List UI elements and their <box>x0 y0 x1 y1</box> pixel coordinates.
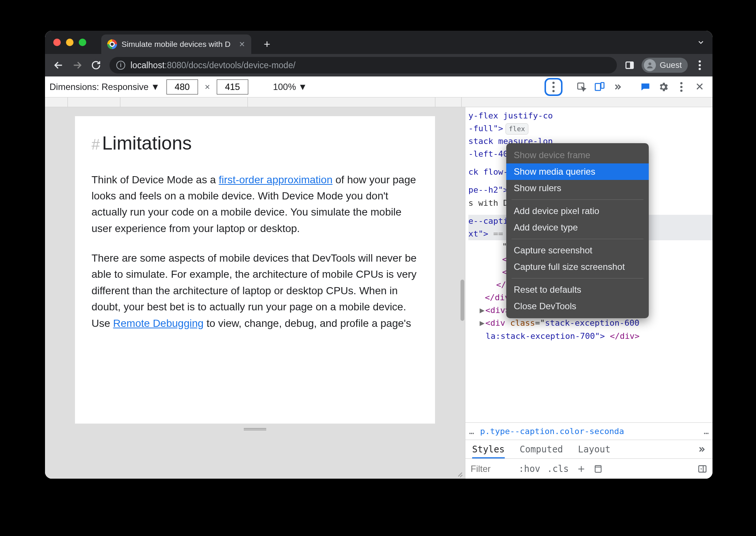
remote-debugging-link[interactable]: Remote Debugging <box>113 317 204 329</box>
svg-point-14 <box>680 82 682 84</box>
profile-chip[interactable]: Guest <box>642 58 688 73</box>
site-info-icon[interactable]: i <box>116 61 125 70</box>
tabs-overflow-icon[interactable] <box>698 445 706 454</box>
tab-bar: Simulate mobile devices with D ✕ + <box>45 31 712 54</box>
window-controls <box>53 39 86 46</box>
menu-item-show-device-frame: Show device frame <box>506 147 649 163</box>
feedback-icon[interactable] <box>637 78 654 96</box>
svg-rect-13 <box>601 82 604 88</box>
zoom-dropdown[interactable]: 100% ▼ <box>273 82 307 92</box>
dom-breadcrumbs[interactable]: … p.type--caption.color-seconda … <box>465 422 712 440</box>
viewport-scrollbar[interactable] <box>460 280 464 321</box>
flex-badge[interactable]: flex <box>506 123 528 135</box>
svg-point-6 <box>699 64 701 66</box>
disclosure-triangle-icon[interactable]: ▶ <box>480 318 484 328</box>
reader-mode-icon[interactable] <box>622 58 637 73</box>
devtools-tab-icons: ✕ <box>573 78 708 96</box>
menu-item-show-media-queries[interactable]: Show media queries <box>506 163 649 180</box>
profile-label: Guest <box>660 60 682 70</box>
svg-rect-3 <box>630 62 633 68</box>
device-options-menu: Show device frameShow media queriesShow … <box>506 143 649 318</box>
dropdown-arrow-icon: ▼ <box>298 82 307 92</box>
device-frame-icon[interactable] <box>594 464 603 473</box>
url-input[interactable]: i localhost:8080/docs/devtools/device-mo… <box>110 57 617 73</box>
device-toolbar-more-button[interactable] <box>544 78 562 96</box>
breadcrumb-overflow-left[interactable]: … <box>469 427 474 436</box>
tab-overflow-button[interactable] <box>697 38 705 46</box>
breadcrumb-selected[interactable]: p.type--caption.color-seconda <box>480 427 624 436</box>
browser-menu-button[interactable] <box>692 58 707 73</box>
tab-layout[interactable]: Layout <box>578 444 610 455</box>
breadcrumb-overflow-right[interactable]: … <box>704 427 709 436</box>
svg-point-8 <box>552 82 555 84</box>
devtools-menu-icon[interactable] <box>673 78 690 96</box>
svg-point-15 <box>680 86 682 88</box>
url-text: localhost:8080/docs/devtools/device-mode… <box>130 60 296 70</box>
devtools-close-icon[interactable]: ✕ <box>691 78 708 96</box>
grip-icon <box>244 428 266 430</box>
toggle-sidebar-icon[interactable] <box>698 464 707 474</box>
menu-separator <box>512 199 644 200</box>
nav-back-button[interactable] <box>50 57 67 73</box>
width-input[interactable] <box>166 79 198 94</box>
paragraph-1: Think of Device Mode as a first-order ap… <box>92 172 418 237</box>
toggle-device-icon[interactable] <box>591 78 608 96</box>
device-toolbar: Dimensions: Responsive ▼ × 100% ▼ <box>45 76 712 97</box>
styles-filter-input[interactable] <box>471 464 512 474</box>
dimensions-label: Dimensions: Responsive <box>50 82 148 92</box>
dimensions-dropdown[interactable]: Dimensions: Responsive ▼ <box>50 82 160 92</box>
dimension-separator: × <box>205 82 210 92</box>
menu-item-capture-screenshot[interactable]: Capture screenshot <box>506 242 649 259</box>
new-style-rule-icon[interactable]: ＋ <box>576 461 587 476</box>
svg-point-4 <box>649 63 651 65</box>
disclosure-triangle-icon[interactable]: ▶ <box>480 305 484 315</box>
menu-item-reset-to-defaults[interactable]: Reset to defaults <box>506 281 649 298</box>
heading-anchor-icon[interactable]: # <box>92 133 100 156</box>
tab-favicon-icon <box>107 39 117 49</box>
svg-rect-17 <box>595 466 601 472</box>
window-minimize-button[interactable] <box>66 39 74 46</box>
heading-text: Limitations <box>102 129 192 158</box>
window-maximize-button[interactable] <box>79 39 86 46</box>
viewport-resize-handle[interactable] <box>45 424 465 435</box>
inspect-element-icon[interactable] <box>573 78 590 96</box>
menu-item-capture-full-size-screenshot[interactable]: Capture full size screenshot <box>506 259 649 275</box>
cls-toggle[interactable]: .cls <box>547 464 569 474</box>
menu-item-show-rulers[interactable]: Show rulers <box>506 180 649 196</box>
zoom-label: 100% <box>273 82 296 92</box>
svg-rect-12 <box>595 83 600 90</box>
page-heading: # Limitations <box>92 129 418 158</box>
svg-point-10 <box>552 90 555 92</box>
height-input[interactable] <box>217 79 248 94</box>
tab-computed[interactable]: Computed <box>520 444 563 455</box>
viewport-area: # Limitations Think of Device Mode as a … <box>45 107 465 479</box>
first-order-link[interactable]: first-order approximation <box>219 174 332 186</box>
menu-separator <box>512 278 644 278</box>
styles-filter-bar: :hov .cls ＋ <box>465 458 712 479</box>
address-bar: i localhost:8080/docs/devtools/device-mo… <box>45 54 712 76</box>
menu-separator <box>512 239 644 239</box>
simulated-page[interactable]: # Limitations Think of Device Mode as a … <box>75 116 435 424</box>
svg-point-7 <box>699 68 701 70</box>
hov-toggle[interactable]: :hov <box>519 464 540 474</box>
svg-point-9 <box>552 86 555 88</box>
settings-gear-icon[interactable] <box>655 78 672 96</box>
avatar-icon <box>644 59 656 71</box>
menu-item-add-device-pixel-ratio[interactable]: Add device pixel ratio <box>506 203 649 219</box>
browser-tab[interactable]: Simulate mobile devices with D ✕ <box>101 34 251 54</box>
nav-forward-button[interactable] <box>69 57 86 73</box>
tab-close-button[interactable]: ✕ <box>239 40 245 49</box>
new-tab-button[interactable]: + <box>259 36 275 52</box>
viewport-resize-corner[interactable] <box>455 469 463 476</box>
tab-styles[interactable]: Styles <box>472 444 505 455</box>
paragraph-2: There are some aspects of mobile devices… <box>92 250 418 331</box>
svg-point-5 <box>699 60 701 63</box>
menu-item-add-device-type[interactable]: Add device type <box>506 219 649 236</box>
menu-item-close-devtools[interactable]: Close DevTools <box>506 298 649 314</box>
window-close-button[interactable] <box>53 39 61 46</box>
svg-point-16 <box>680 90 682 92</box>
browser-window: Simulate mobile devices with D ✕ + i loc… <box>45 31 712 479</box>
dropdown-arrow-icon: ▼ <box>151 82 160 92</box>
panel-overflow-icon[interactable] <box>609 78 626 96</box>
nav-reload-button[interactable] <box>88 57 104 73</box>
